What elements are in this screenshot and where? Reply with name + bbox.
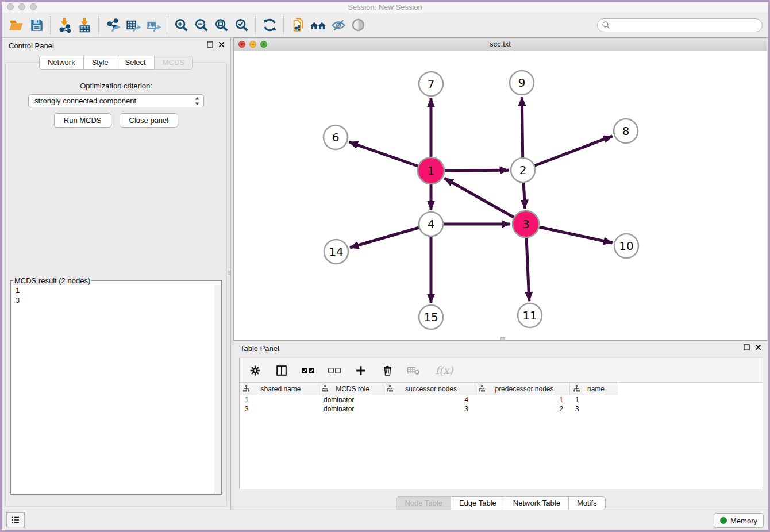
tab-mcds[interactable]: MCDS [154, 56, 193, 70]
network-window-titlebar: × − + scc.txt [234, 38, 767, 51]
export-network-icon [105, 17, 121, 33]
import-table-button[interactable] [75, 16, 95, 35]
cell-predecessor-nodes[interactable]: 2 [475, 405, 570, 413]
task-history-button[interactable] [6, 512, 25, 527]
import-network-icon [57, 17, 72, 33]
cell-shared-name[interactable]: 3 [240, 405, 318, 413]
cell-mcds-role[interactable]: dominator [318, 396, 383, 404]
column-header-mcds-role[interactable]: MCDS role [318, 383, 383, 395]
export-image-button[interactable] [143, 16, 163, 35]
table-panel-title: Table Panel [240, 344, 279, 353]
graph-node-label: 1 [428, 164, 435, 178]
cell-successor-nodes[interactable]: 3 [383, 405, 475, 413]
network-canvas[interactable]: 7968124314101511 [234, 51, 767, 340]
clone-network-icon [290, 17, 306, 33]
zoom-fit-button[interactable] [211, 16, 232, 35]
delete-table-button[interactable] [406, 363, 421, 378]
zoom-fit-icon [214, 17, 230, 33]
cell-name[interactable]: 3 [570, 405, 618, 413]
control-panel-header: Control Panel [2, 38, 230, 53]
add-column-button[interactable] [353, 363, 368, 378]
delete-columns-button[interactable] [380, 363, 395, 378]
split-panel-icon [275, 364, 288, 377]
node-table-container: f(x) shared nameMCDS rolesuccessor nodes… [239, 358, 763, 489]
control-panel: Control Panel NetworkStyleSelectMCDS Opt… [2, 38, 231, 510]
attribute-icon [479, 385, 485, 392]
cell-shared-name[interactable]: 1 [240, 396, 318, 404]
graph-node-label: 11 [522, 309, 537, 322]
float-panel-icon[interactable] [207, 41, 213, 48]
mcds-result-list[interactable]: 13 [11, 285, 214, 494]
bird-view-button[interactable] [348, 16, 368, 35]
deselect-all-icon [328, 367, 341, 375]
optimization-criterion-select[interactable]: strongly connected component [28, 94, 204, 107]
tab-network[interactable]: Network [39, 56, 84, 70]
attribute-icon [387, 385, 393, 392]
network-graph: 7968124314101511 [234, 51, 767, 340]
column-header-shared-name[interactable]: shared name [240, 383, 318, 395]
graph-edge-2-8[interactable] [523, 136, 613, 170]
import-table-icon [77, 17, 93, 33]
open-file-button[interactable] [6, 16, 26, 35]
refresh-button[interactable] [260, 16, 280, 35]
graph-node-label: 15 [424, 310, 438, 324]
search-input[interactable] [611, 20, 762, 31]
save-session-button[interactable] [26, 16, 47, 35]
global-search [597, 18, 763, 32]
column-header-predecessor-nodes[interactable]: predecessor nodes [475, 383, 570, 395]
tab-node-table[interactable]: Node Table [396, 496, 451, 510]
close-mcds-panel-button[interactable]: Close panel [120, 113, 179, 128]
close-panel-icon[interactable] [218, 41, 225, 48]
cell-successor-nodes[interactable]: 4 [383, 396, 475, 404]
export-table-button[interactable] [123, 16, 143, 35]
plus-icon [355, 364, 367, 377]
tab-select[interactable]: Select [117, 56, 155, 70]
graph-node-label: 7 [428, 77, 435, 91]
tab-style[interactable]: Style [83, 56, 117, 70]
zoom-out-button[interactable] [191, 16, 211, 35]
mcds-panel: Optimization criterion: strongly connect… [5, 62, 227, 507]
cell-predecessor-nodes[interactable]: 1 [475, 396, 570, 404]
graph-node-label: 10 [619, 239, 633, 253]
houses-icon [310, 17, 326, 33]
refresh-icon [262, 17, 278, 33]
run-mcds-button[interactable]: Run MCDS [54, 113, 111, 128]
gear-icon [249, 364, 261, 377]
cell-name[interactable]: 1 [570, 396, 618, 404]
zoom-in-button[interactable] [171, 16, 191, 35]
toolbar-separator [98, 16, 99, 34]
select-all-columns-button[interactable] [301, 363, 315, 378]
result-scrollbar[interactable] [214, 285, 221, 494]
column-header-successor-nodes[interactable]: successor nodes [383, 383, 475, 395]
table-header-row: shared nameMCDS rolesuccessor nodesprede… [240, 383, 618, 395]
memory-button[interactable]: Memory [714, 513, 764, 528]
close-table-panel-icon[interactable] [755, 344, 761, 350]
zoom-selected-button[interactable] [232, 16, 252, 35]
float-table-panel-icon[interactable] [744, 344, 750, 350]
table-toolbar: f(x) [240, 358, 763, 383]
mcds-result-title: MCDS result (2 nodes) [13, 276, 91, 285]
tab-edge-table[interactable]: Edge Table [451, 496, 505, 510]
control-panel-title: Control Panel [9, 41, 54, 50]
table-settings-button[interactable] [248, 363, 263, 378]
search-icon [602, 21, 611, 30]
table-row[interactable]: 1dominator411 [240, 395, 763, 404]
import-network-button[interactable] [55, 16, 75, 35]
optimization-criterion-label: Optimization criterion: [6, 82, 226, 90]
export-network-button[interactable] [103, 16, 123, 35]
clone-network-button[interactable] [288, 16, 308, 35]
show-hide-panels-button[interactable] [328, 16, 348, 35]
tab-network-table[interactable]: Network Table [505, 496, 569, 510]
split-panel-button[interactable] [274, 363, 289, 378]
tab-motifs[interactable]: Motifs [568, 496, 606, 510]
table-row[interactable]: 3dominator323 [240, 404, 763, 414]
deselect-all-columns-button[interactable] [327, 363, 342, 378]
column-header-name[interactable]: name [570, 383, 618, 395]
vertical-split-handle[interactable] [228, 271, 231, 275]
main-toolbar [2, 13, 768, 38]
graph-edge-3-1[interactable] [445, 178, 526, 224]
function-builder-button[interactable]: f(x) [433, 363, 456, 378]
reset-view-button[interactable] [308, 16, 328, 35]
mcds-result-item: 1 [16, 286, 214, 295]
cell-mcds-role[interactable]: dominator [318, 405, 383, 413]
